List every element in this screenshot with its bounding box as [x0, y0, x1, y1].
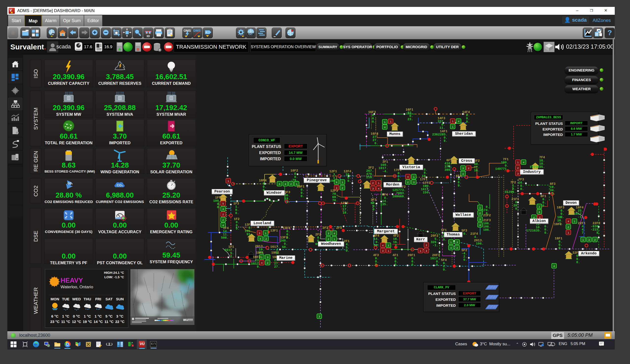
svg-text:2: 2 — [267, 262, 268, 264]
svg-text:3: 3 — [382, 250, 384, 252]
svg-text:3: 3 — [462, 167, 464, 170]
svg-text:3: 3 — [517, 173, 518, 175]
svg-text:WU: WU — [183, 318, 188, 322]
svg-text:3: 3 — [538, 211, 540, 214]
svg-text:1: 1 — [261, 256, 262, 259]
svg-text:3: 3 — [267, 256, 268, 259]
svg-text:4: 4 — [523, 161, 524, 164]
svg-text:1: 1 — [388, 250, 389, 252]
svg-text:4: 4 — [382, 244, 384, 247]
svg-text:2: 2 — [328, 238, 329, 241]
svg-text:1: 1 — [420, 250, 421, 252]
svg-text:1: 1 — [574, 220, 575, 223]
svg-text:1: 1 — [479, 206, 480, 209]
svg-text:2: 2 — [388, 244, 389, 247]
svg-text:1: 1 — [390, 120, 391, 123]
svg-text:4: 4 — [260, 238, 261, 240]
svg-text:4: 4 — [479, 224, 480, 227]
svg-text:2: 2 — [407, 181, 408, 184]
svg-text:1: 1 — [582, 239, 584, 241]
svg-text:CO₂: CO₂ — [117, 183, 123, 187]
svg-text:1: 1 — [334, 238, 335, 241]
svg-text:3: 3 — [588, 239, 590, 241]
svg-text:4: 4 — [553, 265, 555, 268]
svg-text:A: A — [118, 47, 121, 51]
svg-text:1: 1 — [568, 231, 569, 234]
svg-text:3: 3 — [372, 187, 374, 190]
svg-text:OSM: OSM — [247, 32, 254, 36]
svg-text:4: 4 — [384, 126, 386, 129]
svg-text:2: 2 — [222, 219, 224, 221]
svg-text:1: 1 — [342, 181, 343, 184]
svg-text:2: 2 — [426, 244, 427, 247]
svg-text:4: 4 — [450, 247, 452, 249]
svg-text:3: 3 — [318, 315, 320, 318]
svg-text:1: 1 — [452, 120, 453, 123]
svg-text:B: B — [137, 47, 140, 51]
svg-text:1: 1 — [228, 180, 229, 182]
svg-text:2: 2 — [594, 239, 596, 241]
svg-text:4: 4 — [458, 120, 459, 123]
svg-text:2: 2 — [372, 182, 374, 184]
svg-text:3D: 3D — [146, 35, 150, 38]
svg-text:2: 2 — [290, 183, 292, 185]
svg-text:2: 2 — [456, 247, 458, 249]
svg-text:3: 3 — [426, 250, 427, 252]
svg-text:2: 2 — [342, 187, 343, 189]
svg-text:1: 1 — [265, 232, 266, 235]
svg-text:3: 3 — [456, 241, 458, 244]
svg-text:3: 3 — [284, 183, 286, 185]
svg-text:4: 4 — [407, 176, 408, 179]
svg-text:CO₂: CO₂ — [68, 182, 73, 185]
svg-text:2: 2 — [468, 167, 469, 170]
svg-text:3: 3 — [222, 208, 224, 211]
svg-text:1: 1 — [452, 126, 453, 128]
svg-text:3: 3 — [413, 181, 414, 184]
svg-text:3: 3 — [479, 218, 480, 221]
svg-text:2: 2 — [222, 213, 224, 216]
svg-text:1: 1 — [378, 182, 379, 184]
svg-text:1: 1 — [384, 121, 386, 124]
svg-text:1: 1 — [517, 161, 518, 164]
svg-text:2: 2 — [517, 167, 518, 170]
svg-text:4: 4 — [278, 183, 280, 185]
svg-text:2: 2 — [568, 226, 569, 229]
svg-text:5: 5 — [222, 202, 224, 205]
svg-text:1: 1 — [413, 176, 414, 179]
svg-text:2: 2 — [265, 238, 267, 240]
svg-text:4: 4 — [568, 220, 569, 223]
svg-text:4: 4 — [378, 187, 379, 190]
svg-text:2: 2 — [479, 212, 480, 215]
svg-text:4: 4 — [462, 173, 464, 176]
svg-text:3: 3 — [259, 232, 260, 235]
svg-text:1: 1 — [538, 205, 540, 208]
svg-text:1: 1 — [450, 241, 452, 244]
svg-text:4: 4 — [261, 262, 262, 264]
svg-text:4: 4 — [334, 232, 335, 235]
svg-text:3: 3 — [328, 232, 329, 235]
